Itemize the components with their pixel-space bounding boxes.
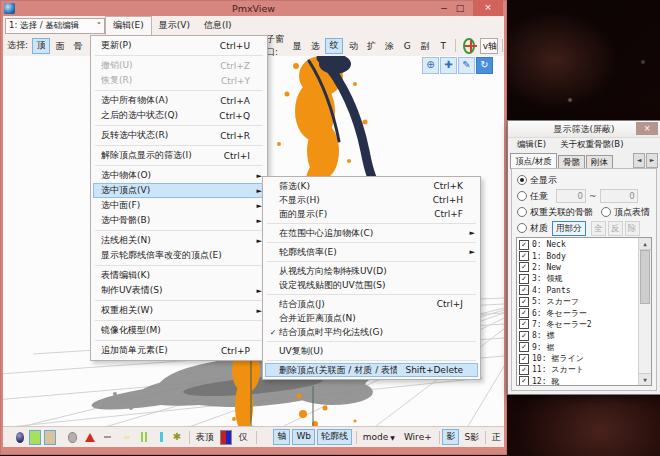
edit-menu-item[interactable]: 显示轮廓线倍率改变的顶点(E) <box>93 248 265 263</box>
submenu-item[interactable]: 设定视线贴图的UV范围(S) <box>265 278 478 292</box>
range-from-input[interactable]: 0 <box>556 189 586 203</box>
wire-button[interactable]: Wire+ <box>401 430 435 444</box>
material-list-item[interactable]: ✓ 3: 领规 <box>519 273 638 284</box>
submenu-item[interactable]: 删除顶点(关联面 / 材质 / 表情)(R) Shift+Delete <box>265 363 478 377</box>
submenu-item[interactable]: UV复制(U) <box>265 344 478 358</box>
checkbox-icon[interactable]: ✓ <box>519 308 529 318</box>
scroll-up-icon[interactable]: ▲ <box>639 238 651 250</box>
edit-menu-item[interactable]: 更新(P) Ctrl+U <box>93 38 265 53</box>
select-mode-button[interactable]: 顶 <box>32 38 50 54</box>
submenu-item[interactable]: 轮廓线倍率(E) ► <box>265 245 478 259</box>
green-bars-icon[interactable] <box>141 432 147 442</box>
material-list-item[interactable]: ✓ 10: 裾ライン <box>519 353 638 364</box>
checkbox-icon[interactable]: ✓ <box>519 342 529 352</box>
range-to-input[interactable]: 0 <box>600 189 638 203</box>
material-list-item[interactable]: ✓ 6: 冬セーラー <box>519 307 638 318</box>
panel-tab[interactable]: 刚体 <box>586 155 613 169</box>
rotate-view-icon[interactable]: ↻ <box>476 57 493 74</box>
material-list-item[interactable]: ✓ 7: 冬セーラー2 <box>519 319 638 330</box>
face-display-toggle[interactable] <box>44 430 56 445</box>
select-all-button[interactable]: 全 <box>591 221 606 236</box>
menu-edit[interactable]: 编辑(E) <box>105 16 152 36</box>
submenu-item[interactable]: 筛选(K) Ctrl+K <box>265 179 478 193</box>
move-view-icon[interactable]: ✚ <box>440 57 457 74</box>
material-list-item[interactable]: ✓ 0: Neck <box>519 239 638 250</box>
edit-view-icon[interactable]: ✎ <box>458 57 475 74</box>
submenu-item[interactable]: 不显示(H) Ctrl+H <box>265 193 478 207</box>
center-target-icon[interactable] <box>463 38 475 54</box>
edit-menu-item[interactable]: 选中面(F) ► <box>93 198 265 213</box>
checkbox-icon[interactable]: ✓ <box>519 365 529 375</box>
edit-menu-item[interactable]: 撤销(U) Ctrl+Z <box>93 58 265 73</box>
submenu-item[interactable]: 从视线方向绘制特殊UV(D) <box>265 264 478 278</box>
subwindow-button[interactable]: 副 <box>417 39 433 53</box>
axis-toggle[interactable]: 轴 <box>273 429 290 445</box>
mode-select-dropdown[interactable]: 1: 选择 / 基础编辑 ˅ <box>5 18 105 34</box>
panel-menu-item[interactable]: 编辑(E) <box>517 139 546 151</box>
title-bar[interactable]: PmxView − □ × <box>0 0 507 16</box>
minimize-button[interactable]: − <box>437 2 451 14</box>
material-list-item[interactable]: ✓ 11: スカート <box>519 364 638 375</box>
edit-menu-item[interactable]: 恢复(R) Ctrl+Y <box>93 73 265 88</box>
self-shadow-toggle[interactable]: S影 <box>461 430 482 444</box>
material-list-item[interactable]: ✓ 8: 襟 <box>519 330 638 341</box>
subwindow-button[interactable]: G <box>399 39 415 53</box>
radio-material[interactable] <box>517 223 527 233</box>
subwindow-button[interactable]: 涂 <box>381 39 397 53</box>
menu-view[interactable]: 显示(V) <box>152 16 197 35</box>
mode-dropdown-button[interactable]: mode▼ <box>360 430 398 444</box>
material-list-item[interactable]: ✓ 9: 裾 <box>519 342 638 353</box>
edit-menu-item[interactable]: 追加简单元素(E) Ctrl+P <box>93 343 265 358</box>
edit-menu-item[interactable]: 之后的选中状态(Q) Ctrl+Q <box>93 108 265 123</box>
vertex-display-toggle[interactable] <box>29 430 41 445</box>
scroll-thumb[interactable] <box>640 250 650 304</box>
only-button[interactable]: 仅 <box>236 430 251 444</box>
dash-icon[interactable] <box>104 436 111 438</box>
subwindow-button[interactable]: 纹 <box>325 38 343 54</box>
pan-view-icon[interactable]: ⊕ <box>422 57 439 74</box>
panel-tab[interactable]: 顶点/材质 <box>510 153 557 169</box>
yellow-dash-icon[interactable] <box>124 436 131 439</box>
select-mode-button[interactable]: 骨 <box>70 39 86 53</box>
close-button[interactable]: × <box>473 0 503 16</box>
checkbox-icon[interactable]: ✓ <box>519 240 529 250</box>
radio-range[interactable] <box>517 191 527 201</box>
edit-menu-item[interactable]: 选中物体(O) ► <box>93 168 265 183</box>
subwindow-button[interactable]: 显 <box>289 39 305 53</box>
remove-button[interactable]: 除 <box>625 221 640 236</box>
submenu-item[interactable]: 合并近距离顶点(N) <box>265 311 478 325</box>
submenu-item[interactable]: 在范围中心追加物体(C) ► <box>265 226 478 240</box>
maximize-button[interactable]: □ <box>453 2 467 14</box>
edit-menu-item[interactable]: 解除顶点显示的筛选(I) Ctrl+I <box>93 148 265 163</box>
gray-dot-icon[interactable] <box>68 432 77 443</box>
sphere-view-icon[interactable] <box>16 432 24 443</box>
edit-menu-item[interactable]: 反转选中状态(R) Ctrl+R <box>93 128 265 143</box>
material-list[interactable]: ✓ 0: Neck ✓ 1: Body ✓ 2: New ✓ 3: 领规 ✓ 4… <box>516 237 652 386</box>
olive-star-icon[interactable]: ✱ <box>173 432 181 442</box>
edit-menu-item[interactable]: 法线相关(N) ► <box>93 233 265 248</box>
surface-vertex-button[interactable]: 表顶 <box>193 430 217 444</box>
radio-show-all[interactable] <box>517 175 527 185</box>
radio-weight-bone[interactable] <box>517 207 527 217</box>
material-list-item[interactable]: ✓ 5: スカーフ <box>519 296 638 307</box>
panel-menu-item[interactable]: 关于权重骨骼(B) <box>560 139 623 151</box>
submenu-item[interactable]: ✓ 结合顶点时平均化法线(G) <box>265 325 478 339</box>
panel-close-button[interactable]: × <box>636 122 658 135</box>
select-mode-button[interactable]: 面 <box>52 39 68 53</box>
v-axis-button[interactable]: v轴 <box>480 38 498 54</box>
material-list-item[interactable]: ✓ 1: Body <box>519 250 638 261</box>
subwindow-button[interactable]: 扩 <box>363 39 379 53</box>
checkbox-icon[interactable]: ✓ <box>519 319 529 329</box>
checkbox-icon[interactable]: ✓ <box>519 376 529 386</box>
checkbox-icon[interactable]: ✓ <box>519 274 529 284</box>
panel-tab[interactable]: 骨骼 <box>558 155 585 169</box>
material-list-item[interactable]: ✓ 12: 靴 <box>519 376 638 386</box>
checkbox-icon[interactable]: ✓ <box>519 251 529 261</box>
local-axis-toggle[interactable]: Wb <box>292 429 315 445</box>
red-triangle-icon[interactable] <box>85 433 95 442</box>
checkbox-icon[interactable]: ✓ <box>519 331 529 341</box>
edit-menu-item[interactable]: 制作UV表情(S) ► <box>93 283 265 298</box>
part-button[interactable]: 用部分 <box>552 221 586 236</box>
material-list-item[interactable]: ✓ 2: New <box>519 262 638 273</box>
material-list-item[interactable]: ✓ 4: Pants <box>519 285 638 296</box>
